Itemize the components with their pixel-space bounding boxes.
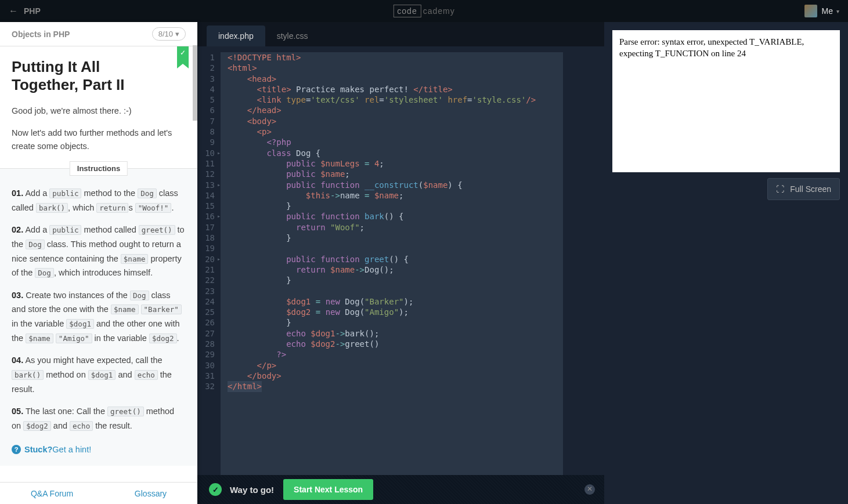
- qa-forum-link[interactable]: Q&A Forum: [31, 489, 73, 498]
- code-line[interactable]: $dog1 = new Dog("Barker");: [228, 296, 563, 307]
- code-line[interactable]: $dog2 = new Dog("Amigo");: [228, 307, 563, 317]
- user-menu[interactable]: Me ▾: [804, 5, 839, 17]
- code-line[interactable]: [228, 286, 563, 296]
- instruction-item: 03. Create two instances of the Dog clas…: [12, 288, 186, 346]
- lesson-title: Putting It All Together, Part II: [12, 58, 186, 94]
- success-check-icon: ✓: [209, 483, 222, 496]
- code-line[interactable]: $this->name = $name;: [228, 190, 563, 201]
- close-status-icon[interactable]: ✕: [584, 484, 595, 495]
- code-line[interactable]: </html>: [228, 381, 563, 391]
- code-line[interactable]: public function bark() {: [228, 211, 563, 222]
- code-line[interactable]: }: [228, 317, 563, 328]
- code-line[interactable]: <p>: [228, 126, 563, 137]
- fullscreen-button[interactable]: ⛶ Full Screen: [767, 178, 840, 200]
- code-line[interactable]: <body>: [228, 116, 563, 126]
- inline-code: "Woof!": [135, 203, 172, 213]
- editor-tabs: index.phpstyle.css: [197, 22, 604, 46]
- editor-tab[interactable]: style.css: [265, 26, 320, 46]
- next-lesson-button[interactable]: Start Next Lesson: [283, 479, 373, 500]
- line-number: 9: [197, 137, 215, 147]
- code-line[interactable]: </p>: [228, 360, 563, 371]
- code-area[interactable]: <!DOCTYPE html><html> <head> <title> Pra…: [221, 52, 563, 504]
- code-line[interactable]: <link type='text/css' rel='stylesheet' h…: [228, 95, 563, 105]
- line-number: 18: [197, 233, 215, 243]
- instruction-item: 01. Add a public method to the Dog class…: [12, 186, 186, 215]
- caret-down-icon: ▾: [175, 30, 179, 38]
- code-line[interactable]: public $numLegs = 4;: [228, 158, 563, 169]
- code-line[interactable]: public function __construct($name) {: [228, 180, 563, 190]
- logo[interactable]: code cademy: [393, 5, 454, 17]
- inline-code: public: [49, 188, 81, 198]
- line-gutter: 12345678910▸111213▸141516▸17181920▸21222…: [197, 52, 221, 504]
- instructions-label: Instructions: [70, 161, 128, 176]
- code-line[interactable]: echo $dog2->greet(): [228, 339, 563, 349]
- code-line[interactable]: <!DOCTYPE html>: [228, 52, 563, 63]
- line-number: 2: [197, 63, 215, 73]
- hint-link[interactable]: ?Stuck? Get a hint!: [12, 445, 186, 454]
- code-line[interactable]: <title> Practice makes perfect! </title>: [228, 84, 563, 95]
- fold-marker-icon[interactable]: ▸: [217, 180, 221, 190]
- line-number: 11: [197, 158, 215, 169]
- code-line[interactable]: public $name;: [228, 169, 563, 179]
- code-line[interactable]: echo $dog1->bark();: [228, 328, 563, 339]
- line-number: 26: [197, 317, 215, 328]
- code-line[interactable]: <?php: [228, 137, 563, 147]
- line-number: 17: [197, 222, 215, 233]
- code-line[interactable]: </body>: [228, 371, 563, 381]
- code-editor[interactable]: 12345678910▸111213▸141516▸17181920▸21222…: [197, 46, 604, 504]
- instructions-panel: Objects in PHP 8/10 ▾ ✓ Putting It All T…: [0, 22, 197, 504]
- inline-code: $dog1: [66, 319, 94, 329]
- status-message: Way to go!: [230, 485, 274, 495]
- code-line[interactable]: <head>: [228, 74, 563, 84]
- code-line[interactable]: }: [228, 233, 563, 243]
- line-number: 24: [197, 296, 215, 307]
- code-line[interactable]: return $name->Dog();: [228, 264, 563, 275]
- fold-marker-icon[interactable]: ▸: [217, 211, 221, 222]
- editor-panel: index.phpstyle.css 12345678910▸111213▸14…: [197, 22, 604, 504]
- completed-ribbon: ✓: [177, 46, 189, 64]
- line-number: 30: [197, 360, 215, 371]
- code-line[interactable]: ?>: [228, 349, 563, 360]
- progress-dropdown[interactable]: 8/10 ▾: [152, 27, 186, 41]
- line-number: 6: [197, 105, 215, 115]
- inline-code: greet(): [107, 407, 144, 416]
- line-number: 4: [197, 84, 215, 95]
- code-line[interactable]: class Dog {: [228, 148, 563, 158]
- code-line[interactable]: [228, 243, 563, 253]
- instructions-list: 01. Add a public method to the Dog class…: [0, 169, 197, 466]
- chapter-title: Objects in PHP: [12, 30, 70, 39]
- line-number: 15: [197, 201, 215, 211]
- logo-text: cademy: [423, 6, 455, 16]
- inline-code: "Barker": [141, 304, 182, 314]
- inline-code: Dog: [138, 188, 157, 198]
- code-line[interactable]: return "Woof";: [228, 222, 563, 233]
- code-line[interactable]: </head>: [228, 105, 563, 115]
- fold-marker-icon[interactable]: ▸: [217, 254, 221, 264]
- instruction-item: 05. The last one: Call the greet() metho…: [12, 404, 186, 433]
- glossary-link[interactable]: Glossary: [135, 489, 167, 498]
- line-number: 20▸: [197, 254, 215, 264]
- line-number: 31: [197, 371, 215, 381]
- course-label: PHP: [24, 6, 41, 16]
- code-line[interactable]: <html>: [228, 63, 563, 73]
- editor-tab[interactable]: index.php: [207, 26, 265, 46]
- back-button[interactable]: ← PHP: [9, 6, 41, 16]
- fold-marker-icon[interactable]: ▸: [217, 148, 221, 158]
- inline-code: Dog: [35, 268, 54, 278]
- output-frame: Parse error: syntax error, unexpected T_…: [612, 30, 840, 172]
- inline-code: bark(): [36, 203, 68, 213]
- lesson-intro-2: Now let's add two further methods and le…: [12, 126, 186, 153]
- lesson-header: Objects in PHP 8/10 ▾: [0, 22, 197, 46]
- inline-code: Dog: [130, 291, 149, 300]
- code-line[interactable]: }: [228, 275, 563, 285]
- line-number: 10▸: [197, 148, 215, 158]
- code-line[interactable]: }: [228, 201, 563, 211]
- line-number: 23: [197, 286, 215, 296]
- inline-code: return: [96, 203, 128, 213]
- line-number: 22: [197, 275, 215, 285]
- code-line[interactable]: public function greet() {: [228, 254, 563, 264]
- inline-code: $dog2: [23, 421, 51, 431]
- inline-code: Dog: [26, 240, 45, 249]
- inline-code: "Amigo": [56, 333, 92, 343]
- inline-code: bark(): [12, 370, 44, 380]
